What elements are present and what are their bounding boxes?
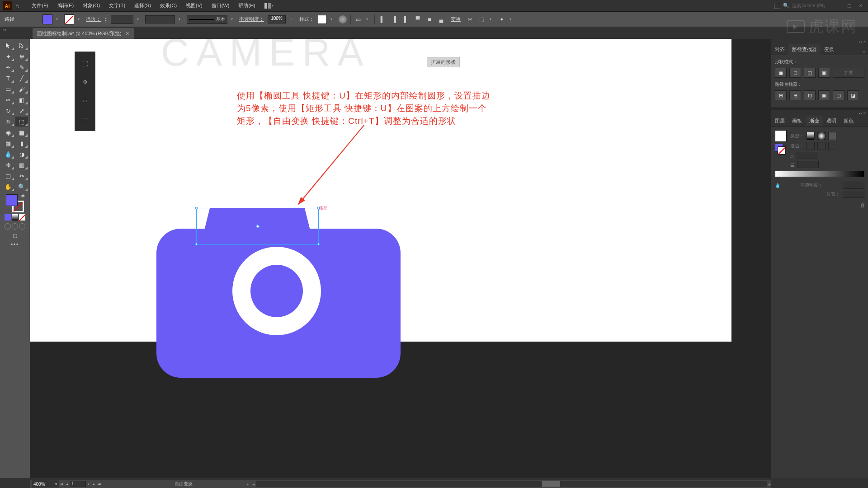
align-vcenter-icon[interactable]: ■ — [425, 15, 434, 23]
rectangle-tool[interactable]: ▭ — [2, 84, 14, 94]
shaper-tool[interactable]: ✑ — [2, 95, 14, 105]
line-tool[interactable]: ╱ — [15, 73, 28, 83]
pen-tool[interactable]: ✒ — [2, 62, 14, 72]
selection-tool[interactable] — [2, 41, 14, 51]
arrange-documents-icon[interactable] — [264, 3, 271, 9]
menu-edit[interactable]: 编辑(E) — [53, 2, 79, 9]
tab-gradient[interactable]: 渐变 — [806, 116, 823, 126]
last-artboard-icon[interactable]: ⏭ — [97, 482, 102, 486]
first-artboard-icon[interactable]: ⏮ — [59, 482, 64, 486]
stroke-dropdown-icon[interactable]: ▾ — [78, 17, 82, 22]
align-top-icon[interactable]: ▀ — [414, 15, 422, 23]
stepper-down-icon[interactable]: ▼ — [104, 19, 107, 22]
minus-back-icon[interactable]: ◪ — [847, 90, 859, 100]
unite-icon[interactable]: ◼ — [775, 68, 787, 78]
lasso-tool[interactable]: ❋ — [15, 52, 28, 61]
align-left-icon[interactable]: ▌ — [378, 15, 387, 23]
gradient-preview-swatch[interactable] — [775, 130, 787, 142]
perspective-distort-icon[interactable]: ▱ — [80, 96, 90, 105]
selection-handle-tl[interactable] — [195, 207, 198, 209]
selection-handle-br[interactable] — [317, 243, 320, 245]
gradient-tool[interactable]: ▮ — [15, 138, 28, 148]
stroke-swatch[interactable] — [64, 14, 74, 24]
selection-handle-bl[interactable] — [195, 243, 198, 245]
transform-label[interactable]: 变换 — [451, 16, 461, 23]
menu-help[interactable]: 帮助(H) — [234, 2, 259, 9]
menu-object[interactable]: 对象(O) — [78, 2, 104, 9]
prev-artboard-icon[interactable]: ◂ — [64, 482, 70, 486]
panel-menu-icon[interactable]: ≡ — [860, 49, 868, 55]
curvature-tool[interactable]: ✎ — [15, 62, 28, 72]
search-placeholder[interactable]: 搜索 Adobe 帮助 — [792, 3, 826, 9]
free-distort-icon[interactable]: ▭ — [80, 114, 90, 123]
freeform-gradient-icon[interactable] — [828, 132, 836, 140]
trim-icon[interactable]: ⊟ — [789, 90, 801, 100]
brush-definition[interactable]: 基本 — [187, 15, 227, 24]
type-tool[interactable]: T — [2, 73, 14, 83]
canvas-area[interactable]: CAMERA 路径 ⛶ ✥ ▱ ▭ 扩展的形状 使用【椭圆工具 快捷键：U】在矩… — [30, 39, 771, 478]
magic-wand-tool[interactable]: ✦ — [2, 52, 14, 61]
constrain-icon[interactable]: ⛶ — [80, 59, 90, 68]
align-to-icon[interactable]: ▭ — [354, 15, 363, 23]
menu-effect[interactable]: 效果(C) — [156, 2, 181, 9]
close-tab-icon[interactable]: ✕ — [125, 31, 129, 37]
free-transform-icon[interactable]: ✥ — [80, 78, 90, 87]
stroke-grad-within-icon[interactable] — [807, 142, 815, 150]
tab-transparency[interactable]: 透明 — [823, 116, 840, 126]
artboard[interactable]: CAMERA 路径 ⛶ ✥ ▱ ▭ 扩展的形状 使用【椭圆工具 快捷键：U】在矩… — [30, 39, 731, 342]
column-graph-tool[interactable]: ▥ — [15, 160, 28, 170]
fill-color-big[interactable] — [6, 194, 18, 206]
intersect-icon[interactable]: ◫ — [804, 68, 816, 78]
eyedropper-icon[interactable]: 💧 — [775, 183, 780, 188]
graphic-style-swatch[interactable] — [318, 15, 327, 24]
free-transform-tool[interactable]: ⬚ — [15, 117, 28, 127]
draw-inside-icon[interactable] — [19, 223, 25, 230]
linear-gradient-icon[interactable] — [807, 132, 815, 140]
merge-icon[interactable]: ⊡ — [804, 90, 816, 100]
menu-type[interactable]: 文字(T) — [104, 2, 130, 9]
tab-pathfinder[interactable]: 路径查找器 — [788, 44, 821, 55]
maximize-icon[interactable]: ▢ — [847, 3, 854, 9]
panel2-collapse-icon[interactable]: ◂◂ ✕ — [771, 110, 868, 116]
scroll-left-icon[interactable]: ◂ — [252, 482, 255, 487]
hand-tool[interactable]: ✋ — [2, 182, 14, 192]
blend-tool[interactable]: ◑ — [15, 149, 28, 159]
menu-select[interactable]: 选择(S) — [130, 2, 156, 9]
fill-dropdown-icon[interactable]: ▾ — [56, 17, 61, 22]
tab-color[interactable]: 颜色 — [840, 116, 857, 126]
artboard-tool[interactable]: ▢ — [2, 171, 14, 181]
gradient-stop-opacity[interactable] — [843, 182, 864, 189]
width-tool[interactable]: ≋ — [2, 117, 14, 127]
stroke-width-input[interactable] — [111, 15, 133, 24]
swap-fill-stroke-icon[interactable]: ⇄ — [21, 193, 25, 198]
align-hcenter-icon[interactable]: ▐ — [390, 15, 398, 23]
isolate-icon[interactable]: ✂ — [466, 15, 474, 23]
collapse-dock-icon[interactable]: ◂◂ — [3, 28, 6, 32]
exclude-icon[interactable]: ▣ — [818, 68, 830, 78]
perspective-grid-tool[interactable]: ▦ — [15, 127, 28, 137]
fill-swatch[interactable] — [42, 14, 52, 24]
close-icon[interactable]: ✕ — [859, 3, 865, 9]
gradient-aspect-input[interactable] — [797, 161, 819, 168]
artboard-number-input[interactable]: 1 — [70, 481, 86, 487]
gradient-stroke-swatch[interactable] — [778, 146, 786, 155]
variable-width-profile[interactable] — [145, 15, 175, 23]
zoom-level-select[interactable]: 400%▾ — [32, 480, 59, 488]
edit-clip-icon[interactable]: ⬚ — [478, 15, 486, 23]
panel-collapse-icon[interactable]: ◂◂ ✕ — [771, 39, 868, 44]
home-icon[interactable]: ⌂ — [15, 2, 19, 9]
gradient-angle-input[interactable] — [797, 152, 818, 159]
gradient-ramp[interactable] — [775, 171, 864, 177]
minus-front-icon[interactable]: ◻ — [789, 68, 801, 78]
tab-layers[interactable]: 图层 — [771, 116, 788, 126]
scale-tool[interactable]: ⤢ — [15, 106, 28, 116]
eraser-tool[interactable]: ◧ — [15, 95, 28, 105]
outline-icon[interactable]: ▢ — [833, 90, 844, 100]
rotate-tool[interactable]: ↻ — [2, 106, 14, 116]
free-transform-widget[interactable]: ⛶ ✥ ▱ ▭ — [75, 52, 95, 131]
divide-icon[interactable]: ⊞ — [775, 90, 787, 100]
minimize-icon[interactable]: — — [835, 3, 842, 9]
symbol-sprayer-tool[interactable]: ❉ — [2, 160, 14, 170]
draw-normal-icon[interactable] — [5, 223, 11, 230]
radial-gradient-icon[interactable] — [817, 132, 826, 140]
